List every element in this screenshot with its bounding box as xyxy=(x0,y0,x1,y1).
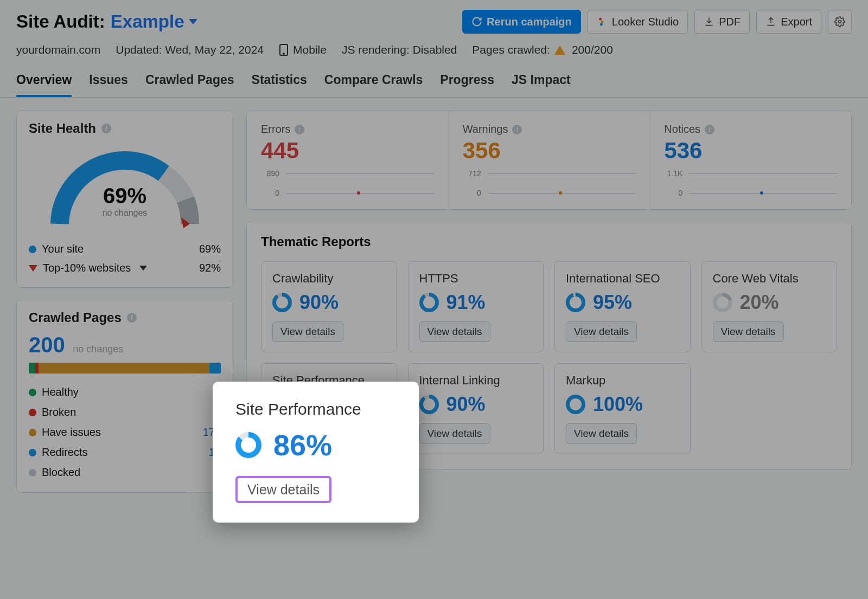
domain-text: yourdomain.com xyxy=(16,43,100,56)
crawled-row-have-issues[interactable]: Have issues178 xyxy=(29,422,221,442)
title-text: Site Audit: xyxy=(16,11,105,32)
stackbar-seg xyxy=(209,363,221,373)
report-core-web-vitals: Core Web Vitals 20% View details xyxy=(701,261,838,352)
stat-errors[interactable]: Errors i 445 890 0 xyxy=(247,111,449,209)
view-details-button[interactable]: View details xyxy=(419,423,490,444)
sparkline: 890 0 xyxy=(261,169,434,197)
report-pct: 91% xyxy=(446,291,486,314)
crawled-row-label: Healthy xyxy=(42,386,79,398)
report-pct: 20% xyxy=(740,291,779,314)
donut-icon xyxy=(419,395,439,414)
triangle-down-icon xyxy=(29,265,37,272)
stat-label: Errors i xyxy=(261,123,434,136)
legend-top10[interactable]: Top-10% websites 92% xyxy=(29,259,221,278)
crawled-row-redirects[interactable]: Redirects12 xyxy=(29,442,221,462)
report-value-row: 20% xyxy=(713,291,826,314)
tab-compare-crawls[interactable]: Compare Crawls xyxy=(324,66,423,97)
tab-js-impact[interactable]: JS Impact xyxy=(512,66,571,97)
report-value-row: 100% xyxy=(566,393,679,416)
upload-icon xyxy=(765,16,776,27)
view-details-button[interactable]: View details xyxy=(713,321,784,342)
sparkline: 712 0 xyxy=(463,169,636,197)
legend-your-site: Your site 69% xyxy=(29,240,221,259)
looker-button[interactable]: Looker Studio xyxy=(588,10,688,34)
tab-crawled-pages[interactable]: Crawled Pages xyxy=(145,66,234,97)
your-site-val: 69% xyxy=(199,243,221,255)
thematic-title: Thematic Reports xyxy=(247,222,851,252)
tabs: OverviewIssuesCrawled PagesStatisticsCom… xyxy=(0,66,868,98)
gear-icon xyxy=(834,16,845,27)
top10-label: Top-10% websites xyxy=(43,262,131,274)
view-details-button[interactable]: View details xyxy=(419,321,490,342)
crawled-row-blocked[interactable]: Blocked0 xyxy=(29,462,221,482)
header-actions: Rerun campaign Looker Studio PDF Export xyxy=(462,10,852,34)
svg-point-1 xyxy=(601,21,603,23)
info-icon[interactable]: i xyxy=(512,125,522,134)
report-value-row: 90% xyxy=(419,393,533,416)
dot-icon xyxy=(29,449,36,456)
report-pct: 95% xyxy=(593,291,632,314)
svg-point-5 xyxy=(283,53,284,54)
looker-label: Looker Studio xyxy=(612,16,679,28)
view-details-button[interactable]: View details xyxy=(566,321,637,342)
pdf-button[interactable]: PDF xyxy=(694,10,750,34)
crawled-row-broken[interactable]: Broken3 xyxy=(29,402,221,422)
tab-progress[interactable]: Progress xyxy=(440,66,494,97)
donut-icon xyxy=(419,293,439,312)
info-icon[interactable]: i xyxy=(295,125,304,134)
donut-icon xyxy=(713,293,732,312)
subheader: yourdomain.com Updated: Wed, May 22, 202… xyxy=(0,38,868,66)
warning-icon xyxy=(554,46,565,55)
donut-icon xyxy=(272,293,292,312)
stat-val: 445 xyxy=(261,138,434,164)
device-text: Mobile xyxy=(293,43,327,56)
crawled-title-text: Crawled Pages xyxy=(29,310,122,325)
report-crawlability: Crawlability 90% View details xyxy=(261,261,397,352)
popup-value-row: 86% xyxy=(235,428,396,462)
refresh-icon xyxy=(471,16,482,27)
svg-point-2 xyxy=(600,23,603,26)
stat-warnings[interactable]: Warnings i 356 712 0 xyxy=(449,111,650,209)
export-button[interactable]: Export xyxy=(756,10,821,34)
info-icon[interactable]: i xyxy=(101,124,111,133)
tab-overview[interactable]: Overview xyxy=(16,66,72,97)
info-icon[interactable]: i xyxy=(705,125,714,134)
stat-label: Notices i xyxy=(664,123,837,136)
settings-button[interactable] xyxy=(828,10,852,34)
pdf-label: PDF xyxy=(719,16,741,28)
crawled-pages-card: Crawled Pages i 200 no changes Healthy7B… xyxy=(16,300,233,493)
view-details-button[interactable]: View details xyxy=(235,476,331,503)
crawled-row-label: Redirects xyxy=(42,446,87,459)
project-selector[interactable]: Example xyxy=(111,11,197,32)
stat-val: 356 xyxy=(463,138,636,164)
crawled-stackbar xyxy=(29,363,221,373)
site-health-card: Site Health i 69% no changes You xyxy=(16,111,233,288)
svg-point-3 xyxy=(839,21,841,23)
crawled-total: 200 xyxy=(29,333,65,357)
chevron-down-icon xyxy=(189,19,197,24)
tab-statistics[interactable]: Statistics xyxy=(252,66,307,97)
dot-icon xyxy=(29,246,36,253)
view-details-button[interactable]: View details xyxy=(566,423,637,444)
report-title: Internal Linking xyxy=(419,373,533,388)
tab-issues[interactable]: Issues xyxy=(89,66,128,97)
pages-label: Pages crawled: xyxy=(472,43,550,56)
report-pct: 90% xyxy=(446,393,486,416)
crawled-row-healthy[interactable]: Healthy7 xyxy=(29,382,221,402)
report-pct: 90% xyxy=(299,291,339,314)
view-details-button[interactable]: View details xyxy=(272,321,343,342)
pages-value: 200/200 xyxy=(572,43,613,56)
stackbar-seg xyxy=(39,363,209,373)
stat-val: 536 xyxy=(664,138,837,164)
crawled-row-label: Broken xyxy=(42,406,76,418)
rerun-button[interactable]: Rerun campaign xyxy=(462,10,581,34)
crawled-total-row: 200 no changes xyxy=(29,333,221,357)
sidebar: Site Health i 69% no changes You xyxy=(16,111,233,493)
svg-point-0 xyxy=(599,18,602,21)
popup-btn-label: View details xyxy=(247,482,320,498)
stat-notices[interactable]: Notices i 536 1.1K 0 xyxy=(650,111,851,209)
report-title: International SEO xyxy=(566,272,679,286)
info-icon[interactable]: i xyxy=(127,313,137,323)
report-pct: 100% xyxy=(593,393,643,416)
page-title: Site Audit: Example xyxy=(16,11,197,32)
